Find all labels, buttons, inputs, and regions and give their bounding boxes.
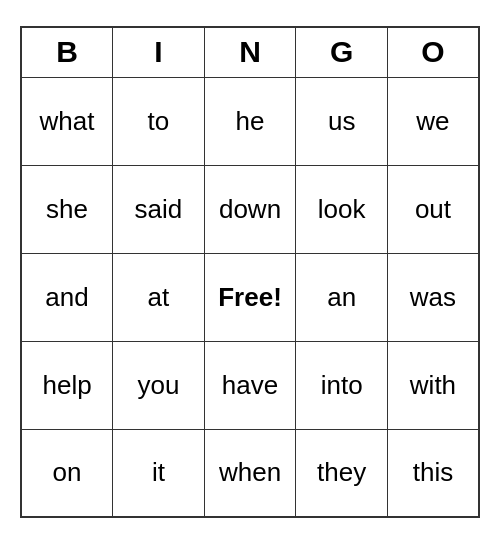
bingo-cell-3-2: have (204, 341, 296, 429)
bingo-cell-4-3: they (296, 429, 388, 517)
bingo-cell-2-4: was (387, 253, 479, 341)
bingo-row-1: shesaiddownlookout (21, 165, 479, 253)
bingo-cell-4-1: it (113, 429, 205, 517)
bingo-cell-2-0: and (21, 253, 113, 341)
bingo-cell-0-0: what (21, 77, 113, 165)
header-cell-b: B (21, 27, 113, 77)
bingo-cell-1-4: out (387, 165, 479, 253)
bingo-cell-4-4: this (387, 429, 479, 517)
bingo-row-3: helpyouhaveintowith (21, 341, 479, 429)
bingo-cell-3-1: you (113, 341, 205, 429)
bingo-cell-3-4: with (387, 341, 479, 429)
bingo-cell-1-2: down (204, 165, 296, 253)
header-cell-i: I (113, 27, 205, 77)
header-cell-n: N (204, 27, 296, 77)
bingo-cell-2-1: at (113, 253, 205, 341)
bingo-cell-1-0: she (21, 165, 113, 253)
bingo-cell-3-3: into (296, 341, 388, 429)
bingo-cell-1-1: said (113, 165, 205, 253)
bingo-row-2: andatFree!anwas (21, 253, 479, 341)
bingo-cell-4-2: when (204, 429, 296, 517)
bingo-cell-2-2: Free! (204, 253, 296, 341)
header-cell-g: G (296, 27, 388, 77)
bingo-cell-0-1: to (113, 77, 205, 165)
bingo-row-0: whattoheuswe (21, 77, 479, 165)
bingo-cell-0-2: he (204, 77, 296, 165)
bingo-cell-0-4: we (387, 77, 479, 165)
bingo-row-4: onitwhentheythis (21, 429, 479, 517)
bingo-cell-4-0: on (21, 429, 113, 517)
header-row: BINGO (21, 27, 479, 77)
bingo-cell-0-3: us (296, 77, 388, 165)
header-cell-o: O (387, 27, 479, 77)
bingo-cell-3-0: help (21, 341, 113, 429)
bingo-card: BINGO whattoheusweshesaiddownlookoutanda… (20, 26, 480, 518)
bingo-cell-2-3: an (296, 253, 388, 341)
bingo-cell-1-3: look (296, 165, 388, 253)
